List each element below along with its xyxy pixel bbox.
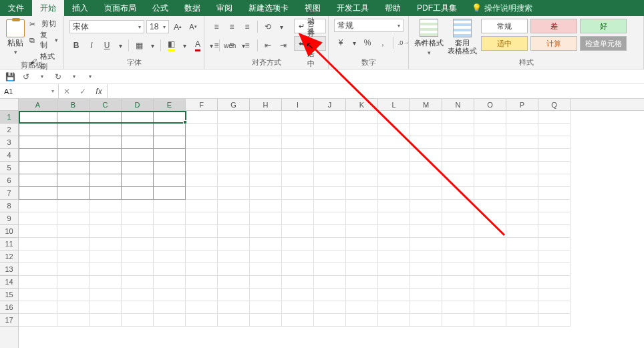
chevron-down-icon[interactable]: ▾ (36, 71, 48, 83)
cell[interactable] (442, 162, 474, 174)
cell[interactable] (57, 263, 90, 276)
cell[interactable] (506, 149, 538, 162)
cell[interactable] (378, 212, 410, 225)
cell[interactable] (314, 174, 346, 187)
cell[interactable] (442, 136, 474, 149)
cell[interactable] (250, 200, 282, 212)
cell[interactable] (90, 301, 122, 314)
cell[interactable] (538, 136, 571, 149)
cell[interactable] (282, 212, 314, 225)
cell[interactable] (154, 276, 186, 289)
style-normal[interactable]: 常规 (481, 19, 528, 33)
cell[interactable] (314, 238, 346, 250)
increase-decimal-button[interactable]: .0→ (397, 36, 410, 49)
cell[interactable] (250, 124, 282, 136)
style-calc[interactable]: 计算 (530, 36, 577, 51)
row-header[interactable]: 6 (0, 174, 18, 187)
cell[interactable] (90, 212, 122, 225)
increase-font-button[interactable]: A▴ (171, 20, 184, 33)
cell[interactable] (538, 225, 571, 238)
cell[interactable] (346, 162, 378, 174)
cell[interactable] (378, 136, 410, 149)
cell[interactable] (90, 238, 122, 250)
cell[interactable] (57, 314, 90, 327)
cell[interactable] (442, 250, 474, 263)
row-header[interactable]: 7 (0, 187, 18, 200)
align-left-button[interactable]: ≡ (210, 39, 223, 52)
cell[interactable] (410, 225, 442, 238)
cell-styles-gallery[interactable]: 常规 差 好 适中 计算 检查单元格 (481, 19, 627, 51)
cell[interactable] (90, 149, 122, 162)
cell[interactable] (346, 111, 378, 124)
cell[interactable] (506, 263, 538, 276)
decrease-font-button[interactable]: A▾ (186, 20, 200, 33)
cell[interactable] (250, 136, 282, 149)
cell[interactable] (346, 225, 378, 238)
cell[interactable] (122, 162, 154, 174)
cell[interactable] (506, 162, 538, 174)
cell[interactable] (186, 289, 218, 301)
cell[interactable] (57, 289, 90, 301)
cell[interactable] (538, 149, 571, 162)
column-header[interactable]: G (218, 99, 250, 110)
cell[interactable] (346, 276, 378, 289)
cell[interactable] (506, 238, 538, 250)
cell[interactable] (538, 111, 571, 124)
style-neutral[interactable]: 适中 (481, 36, 528, 51)
cell[interactable] (90, 124, 122, 136)
cell[interactable] (122, 289, 154, 301)
style-bad[interactable]: 差 (530, 19, 577, 33)
cell[interactable] (250, 250, 282, 263)
cell[interactable] (250, 162, 282, 174)
cell[interactable] (538, 276, 571, 289)
cell[interactable] (90, 263, 122, 276)
cell[interactable] (57, 136, 90, 149)
cell[interactable] (218, 225, 250, 238)
cell[interactable] (314, 276, 346, 289)
column-header[interactable]: H (250, 99, 282, 110)
cell[interactable] (186, 187, 218, 200)
cell[interactable] (186, 250, 218, 263)
select-all-corner[interactable] (0, 99, 19, 111)
cell[interactable] (282, 301, 314, 314)
cell[interactable] (122, 250, 154, 263)
tab-data[interactable]: 数据 (176, 0, 208, 16)
column-header[interactable]: A (19, 99, 57, 110)
cell[interactable] (314, 212, 346, 225)
cell[interactable] (442, 289, 474, 301)
align-bottom-button[interactable]: ≡ (240, 20, 254, 33)
cell[interactable] (474, 263, 506, 276)
cell[interactable] (122, 301, 154, 314)
cell[interactable] (122, 212, 154, 225)
cell[interactable] (250, 225, 282, 238)
cell[interactable] (57, 212, 90, 225)
cell[interactable] (186, 149, 218, 162)
style-check[interactable]: 检查单元格 (580, 36, 627, 51)
row-header[interactable]: 8 (0, 200, 18, 212)
cell[interactable] (410, 136, 442, 149)
cell[interactable] (314, 149, 346, 162)
cell[interactable] (154, 174, 186, 187)
cell[interactable] (474, 174, 506, 187)
row-header[interactable]: 11 (0, 238, 18, 250)
cell[interactable] (57, 225, 90, 238)
cell[interactable] (186, 200, 218, 212)
cell[interactable] (442, 124, 474, 136)
column-header[interactable]: C (90, 99, 122, 110)
cell[interactable] (154, 225, 186, 238)
cell[interactable] (19, 162, 57, 174)
tab-pdf[interactable]: PDF工具集 (409, 0, 465, 16)
cell[interactable] (538, 250, 571, 263)
row-header[interactable]: 4 (0, 149, 18, 162)
cell[interactable] (250, 289, 282, 301)
cell[interactable] (218, 187, 250, 200)
cell[interactable] (378, 111, 410, 124)
cell[interactable] (538, 263, 571, 276)
cell[interactable] (474, 111, 506, 124)
cell[interactable] (186, 136, 218, 149)
cell[interactable] (282, 289, 314, 301)
cell[interactable] (218, 200, 250, 212)
column-header[interactable]: O (474, 99, 506, 110)
cell[interactable] (250, 276, 282, 289)
row-header[interactable]: 10 (0, 225, 18, 238)
